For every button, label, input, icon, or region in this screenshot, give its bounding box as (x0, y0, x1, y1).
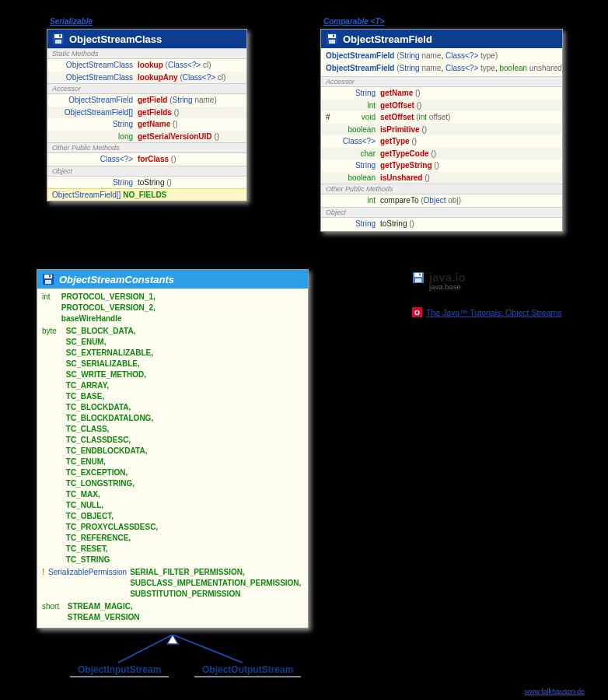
method-row: ObjectStreamClass lookup (Class<?> cl) (47, 59, 246, 72)
svg-rect-14 (415, 278, 421, 282)
svg-rect-13 (414, 273, 422, 277)
section-accessor: Accessor (47, 83, 246, 94)
svg-rect-3 (59, 35, 61, 37)
section-object: Object (321, 207, 562, 218)
method-row: boolean isPrimitive () (321, 124, 562, 136)
tutorial-link[interactable]: O The Java™ Tutorials: Object Streams (412, 307, 561, 317)
child-class-ois[interactable]: ObjectInputStream (70, 663, 169, 677)
class-header-osf: ObjectStreamField (321, 30, 562, 48)
class-title: ObjectStreamClass (69, 33, 162, 45)
disk-icon (326, 33, 338, 45)
svg-rect-10 (45, 280, 51, 284)
section-accessor: Accessor (321, 76, 562, 87)
method-row: String toString () (47, 177, 246, 189)
method-row: String getName () (47, 118, 246, 131)
method-row: char getTypeCode () (321, 148, 562, 160)
svg-rect-1 (54, 34, 62, 38)
field-row: ObjectStreamField[] NO_FIELDS (47, 188, 246, 201)
package-box: java.io java.base (412, 271, 536, 291)
section-other-public: Other Public Methods (47, 142, 246, 153)
method-row: ObjectStreamField getField (String name) (47, 94, 246, 107)
class-box-objectstreamfield: ObjectStreamField ObjectStreamField (Str… (320, 29, 563, 232)
child-class-oos[interactable]: ObjectOutputStream (194, 663, 301, 677)
section-other-public: Other Public Methods (321, 184, 562, 194)
method-row: boolean isUnshared () (321, 172, 562, 184)
constant-group-permission: ! SerializablePermission SERIAL_FILTER_P… (42, 567, 303, 600)
svg-rect-7 (333, 35, 334, 37)
interface-title: ObjectStreamConstants (59, 274, 174, 285)
disk-icon (52, 33, 65, 45)
stereotype-comparable[interactable]: Comparable <T> (323, 17, 384, 26)
module-name: java.base (429, 282, 536, 291)
svg-rect-9 (44, 275, 52, 278)
constant-group-byte: byte SC_BLOCK_DATA, SC_ENUM, SC_EXTERNAL… (42, 326, 303, 565)
method-row: ObjectStreamField[] getFields () (47, 107, 246, 119)
interface-header-oscn: ObjectStreamConstants (37, 270, 308, 289)
disk-icon (412, 271, 425, 284)
constant-group-int: int PROTOCOL_VERSION_1, PROTOCOL_VERSION… (42, 292, 303, 324)
svg-rect-5 (328, 34, 336, 38)
method-row: int compareTo (Object obj) (321, 194, 562, 207)
disk-icon (42, 273, 54, 285)
svg-rect-11 (49, 275, 51, 278)
method-row: String getName () (321, 87, 562, 100)
footer-credit-link[interactable]: www.falkhausen.de (524, 688, 585, 695)
constructor-row: ObjectStreamField (String name, Class<?>… (321, 48, 562, 62)
method-row: long getSerialVersionUID () (47, 131, 246, 143)
method-row: Class<?> getType () (321, 135, 562, 148)
class-title: ObjectStreamField (343, 33, 432, 45)
method-row: String getTypeString () (321, 159, 562, 172)
method-row: ObjectStreamClass lookupAny (Class<?> cl… (47, 72, 246, 84)
class-header-osc: ObjectStreamClass (47, 30, 246, 48)
method-row: String toString () (321, 218, 562, 232)
svg-marker-16 (167, 635, 178, 644)
class-box-objectstreamconstants: ObjectStreamConstants int PROTOCOL_VERSI… (37, 269, 309, 628)
method-row: int getOffset () (321, 100, 562, 112)
svg-rect-2 (55, 40, 61, 44)
svg-rect-15 (419, 273, 421, 275)
constructor-row: ObjectStreamField (String name, Class<?>… (321, 62, 562, 77)
oracle-icon: O (412, 307, 422, 317)
constant-group-short: short STREAM_MAGIC, STREAM_VERSION (42, 601, 303, 623)
method-row: Class<?> forClass () (47, 153, 246, 166)
method-row: # void setOffset (int offset) (321, 111, 562, 124)
stereotype-serializable[interactable]: Serializable (50, 17, 93, 26)
section-static-methods: Static Methods (47, 48, 246, 59)
class-box-objectstreamclass: ObjectStreamClass Static Methods ObjectS… (47, 29, 247, 201)
section-object: Object (47, 166, 246, 177)
svg-rect-6 (329, 40, 335, 44)
